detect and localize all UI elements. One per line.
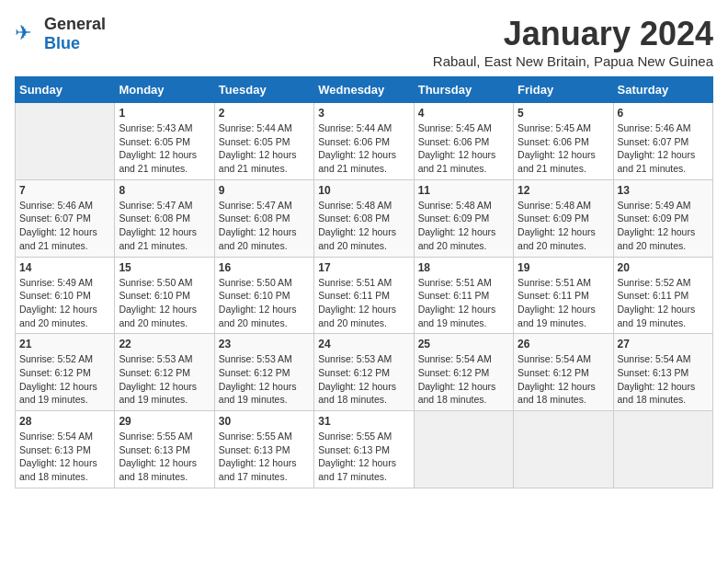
day-number: 25 bbox=[418, 338, 509, 350]
cell-info: Sunrise: 5:55 AMSunset: 6:13 PMDaylight:… bbox=[219, 430, 310, 484]
day-number: 8 bbox=[119, 184, 210, 197]
cell-info: Sunrise: 5:55 AMSunset: 6:13 PMDaylight:… bbox=[318, 430, 409, 484]
header-cell-friday: Friday bbox=[514, 77, 613, 103]
calendar-cell: 9 Sunrise: 5:47 AMSunset: 6:08 PMDayligh… bbox=[214, 179, 313, 257]
cell-info: Sunrise: 5:48 AMSunset: 6:08 PMDaylight:… bbox=[318, 199, 409, 253]
cell-info: Sunrise: 5:53 AMSunset: 6:12 PMDaylight:… bbox=[318, 352, 409, 407]
calendar-cell: 1 Sunrise: 5:43 AMSunset: 6:05 PMDayligh… bbox=[115, 103, 214, 180]
header-cell-monday: Monday bbox=[115, 77, 214, 103]
header: ✈ General Blue January 2024 Rabaul, East… bbox=[15, 15, 713, 69]
cell-info: Sunrise: 5:43 AMSunset: 6:05 PMDaylight:… bbox=[119, 121, 210, 176]
cell-info: Sunrise: 5:47 AMSunset: 6:08 PMDaylight:… bbox=[219, 199, 310, 253]
calendar-cell: 27 Sunrise: 5:54 AMSunset: 6:13 PMDaylig… bbox=[613, 334, 712, 411]
day-number: 14 bbox=[19, 261, 110, 274]
calendar-cell bbox=[514, 411, 613, 488]
calendar-table: SundayMondayTuesdayWednesdayThursdayFrid… bbox=[15, 76, 713, 488]
day-number: 7 bbox=[19, 184, 110, 197]
logo-icon: ✈ bbox=[15, 21, 40, 47]
day-number: 21 bbox=[19, 338, 110, 350]
day-number: 16 bbox=[219, 261, 310, 274]
header-cell-sunday: Sunday bbox=[16, 77, 115, 103]
cell-info: Sunrise: 5:53 AMSunset: 6:12 PMDaylight:… bbox=[219, 352, 310, 407]
header-cell-thursday: Thursday bbox=[414, 77, 513, 103]
calendar-cell: 14 Sunrise: 5:49 AMSunset: 6:10 PMDaylig… bbox=[16, 257, 115, 334]
day-number: 22 bbox=[119, 338, 210, 350]
calendar-cell: 25 Sunrise: 5:54 AMSunset: 6:12 PMDaylig… bbox=[414, 334, 513, 411]
cell-info: Sunrise: 5:48 AMSunset: 6:09 PMDaylight:… bbox=[418, 199, 509, 253]
calendar-cell: 19 Sunrise: 5:51 AMSunset: 6:11 PMDaylig… bbox=[514, 257, 613, 334]
calendar-cell bbox=[613, 411, 712, 488]
cell-info: Sunrise: 5:51 AMSunset: 6:11 PMDaylight:… bbox=[418, 276, 509, 330]
calendar-cell: 24 Sunrise: 5:53 AMSunset: 6:12 PMDaylig… bbox=[314, 334, 414, 411]
logo: ✈ General Blue bbox=[15, 15, 106, 53]
cell-info: Sunrise: 5:44 AMSunset: 6:05 PMDaylight:… bbox=[219, 121, 310, 176]
cell-info: Sunrise: 5:48 AMSunset: 6:09 PMDaylight:… bbox=[518, 199, 609, 253]
calendar-cell: 31 Sunrise: 5:55 AMSunset: 6:13 PMDaylig… bbox=[314, 411, 414, 488]
cell-info: Sunrise: 5:53 AMSunset: 6:12 PMDaylight:… bbox=[119, 352, 210, 407]
calendar-header: SundayMondayTuesdayWednesdayThursdayFrid… bbox=[16, 77, 713, 103]
calendar-cell: 12 Sunrise: 5:48 AMSunset: 6:09 PMDaylig… bbox=[514, 179, 613, 257]
cell-info: Sunrise: 5:44 AMSunset: 6:06 PMDaylight:… bbox=[318, 121, 409, 176]
calendar-week-4: 21 Sunrise: 5:52 AMSunset: 6:12 PMDaylig… bbox=[16, 334, 713, 411]
svg-text:✈: ✈ bbox=[15, 21, 31, 44]
calendar-week-3: 14 Sunrise: 5:49 AMSunset: 6:10 PMDaylig… bbox=[16, 257, 713, 334]
day-number: 10 bbox=[318, 184, 409, 197]
calendar-cell: 18 Sunrise: 5:51 AMSunset: 6:11 PMDaylig… bbox=[414, 257, 513, 334]
cell-info: Sunrise: 5:54 AMSunset: 6:13 PMDaylight:… bbox=[618, 352, 709, 407]
calendar-body: 1 Sunrise: 5:43 AMSunset: 6:05 PMDayligh… bbox=[16, 103, 713, 488]
calendar-cell: 30 Sunrise: 5:55 AMSunset: 6:13 PMDaylig… bbox=[214, 411, 313, 488]
calendar-cell: 23 Sunrise: 5:53 AMSunset: 6:12 PMDaylig… bbox=[214, 334, 313, 411]
calendar-cell: 21 Sunrise: 5:52 AMSunset: 6:12 PMDaylig… bbox=[16, 334, 115, 411]
calendar-cell: 28 Sunrise: 5:54 AMSunset: 6:13 PMDaylig… bbox=[16, 411, 115, 488]
calendar-cell bbox=[414, 411, 513, 488]
cell-info: Sunrise: 5:52 AMSunset: 6:12 PMDaylight:… bbox=[19, 352, 110, 407]
calendar-cell bbox=[16, 103, 115, 180]
calendar-cell: 17 Sunrise: 5:51 AMSunset: 6:11 PMDaylig… bbox=[314, 257, 414, 334]
cell-info: Sunrise: 5:49 AMSunset: 6:10 PMDaylight:… bbox=[19, 276, 110, 330]
cell-info: Sunrise: 5:46 AMSunset: 6:07 PMDaylight:… bbox=[19, 199, 110, 253]
calendar-cell: 4 Sunrise: 5:45 AMSunset: 6:06 PMDayligh… bbox=[414, 103, 513, 180]
day-number: 3 bbox=[318, 107, 409, 120]
title-area: January 2024 Rabaul, East New Britain, P… bbox=[433, 15, 713, 69]
calendar-cell: 13 Sunrise: 5:49 AMSunset: 6:09 PMDaylig… bbox=[613, 179, 712, 257]
day-number: 23 bbox=[219, 338, 310, 350]
day-number: 6 bbox=[618, 107, 709, 120]
day-number: 18 bbox=[418, 261, 509, 274]
day-number: 13 bbox=[618, 184, 709, 197]
day-number: 2 bbox=[219, 107, 310, 120]
cell-info: Sunrise: 5:46 AMSunset: 6:07 PMDaylight:… bbox=[618, 121, 709, 176]
day-number: 26 bbox=[518, 338, 609, 350]
day-number: 11 bbox=[418, 184, 509, 197]
calendar-cell: 20 Sunrise: 5:52 AMSunset: 6:11 PMDaylig… bbox=[613, 257, 712, 334]
day-number: 1 bbox=[119, 107, 210, 120]
day-number: 5 bbox=[518, 107, 609, 120]
calendar-cell: 29 Sunrise: 5:55 AMSunset: 6:13 PMDaylig… bbox=[115, 411, 214, 488]
calendar-week-1: 1 Sunrise: 5:43 AMSunset: 6:05 PMDayligh… bbox=[16, 103, 713, 180]
calendar-cell: 15 Sunrise: 5:50 AMSunset: 6:10 PMDaylig… bbox=[115, 257, 214, 334]
cell-info: Sunrise: 5:45 AMSunset: 6:06 PMDaylight:… bbox=[418, 121, 509, 176]
day-number: 9 bbox=[219, 184, 310, 197]
logo-blue: Blue bbox=[44, 34, 80, 52]
cell-info: Sunrise: 5:54 AMSunset: 6:13 PMDaylight:… bbox=[19, 430, 110, 484]
cell-info: Sunrise: 5:49 AMSunset: 6:09 PMDaylight:… bbox=[618, 199, 709, 253]
day-number: 29 bbox=[119, 415, 210, 428]
calendar-cell: 10 Sunrise: 5:48 AMSunset: 6:08 PMDaylig… bbox=[314, 179, 414, 257]
calendar-cell: 26 Sunrise: 5:54 AMSunset: 6:12 PMDaylig… bbox=[514, 334, 613, 411]
calendar-week-5: 28 Sunrise: 5:54 AMSunset: 6:13 PMDaylig… bbox=[16, 411, 713, 488]
header-row: SundayMondayTuesdayWednesdayThursdayFrid… bbox=[16, 77, 713, 103]
cell-info: Sunrise: 5:51 AMSunset: 6:11 PMDaylight:… bbox=[318, 276, 409, 330]
calendar-cell: 8 Sunrise: 5:47 AMSunset: 6:08 PMDayligh… bbox=[115, 179, 214, 257]
calendar-cell: 2 Sunrise: 5:44 AMSunset: 6:05 PMDayligh… bbox=[214, 103, 313, 180]
calendar-cell: 3 Sunrise: 5:44 AMSunset: 6:06 PMDayligh… bbox=[314, 103, 414, 180]
cell-info: Sunrise: 5:54 AMSunset: 6:12 PMDaylight:… bbox=[418, 352, 509, 407]
calendar-cell: 11 Sunrise: 5:48 AMSunset: 6:09 PMDaylig… bbox=[414, 179, 513, 257]
page-title: January 2024 bbox=[433, 15, 713, 53]
page-subtitle: Rabaul, East New Britain, Papua New Guin… bbox=[433, 53, 713, 69]
logo-general: General bbox=[44, 15, 106, 33]
day-number: 15 bbox=[119, 261, 210, 274]
cell-info: Sunrise: 5:52 AMSunset: 6:11 PMDaylight:… bbox=[618, 276, 709, 330]
day-number: 19 bbox=[518, 261, 609, 274]
calendar-cell: 16 Sunrise: 5:50 AMSunset: 6:10 PMDaylig… bbox=[214, 257, 313, 334]
cell-info: Sunrise: 5:50 AMSunset: 6:10 PMDaylight:… bbox=[119, 276, 210, 330]
day-number: 12 bbox=[518, 184, 609, 197]
